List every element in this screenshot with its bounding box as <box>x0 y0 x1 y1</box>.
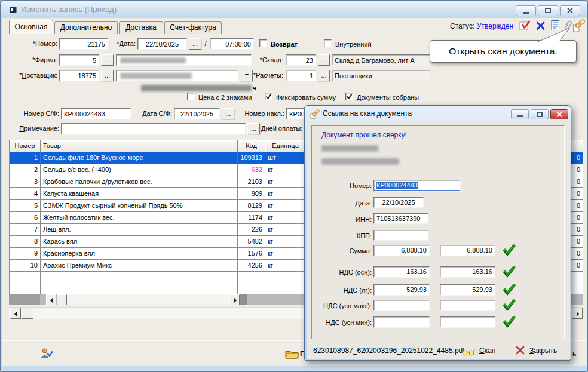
vat-lg-input-2[interactable]: 529.93 <box>440 284 495 296</box>
scan-button[interactable]: Скан <box>479 346 496 355</box>
firm-name-field[interactable] <box>116 54 252 66</box>
settlements-input[interactable]: 1 <box>286 70 316 81</box>
supplier-input[interactable]: 18775 <box>59 70 99 81</box>
person-name-tail: ч <box>253 84 256 93</box>
main-titlebar[interactable]: Изменить запись (Приход) <box>1 1 587 18</box>
close-icon <box>556 111 563 118</box>
edit-record-window: Изменить запись (Приход) Основная Дополн… <box>0 0 588 372</box>
status-value[interactable]: Утвержден <box>477 22 513 30</box>
vat-usn-max-input-1[interactable] <box>373 300 430 311</box>
internal-checkbox[interactable] <box>324 39 332 47</box>
vat-usn-min-input-2[interactable] <box>440 316 495 328</box>
scroll-left-button[interactable] <box>46 294 56 305</box>
gridline <box>237 272 238 295</box>
settlements-lookup-button[interactable]: ... <box>318 70 330 81</box>
dialog-minimize-button[interactable] <box>511 109 529 119</box>
date-input[interactable]: 22/10/2025 <box>137 38 187 50</box>
gridline <box>265 272 265 295</box>
number-label: *Номер: <box>13 38 57 50</box>
dialog-kpp-input[interactable] <box>373 230 428 241</box>
close-button[interactable] <box>560 5 580 16</box>
scroll-thumb[interactable] <box>57 294 67 305</box>
price-2-digits-checkbox[interactable] <box>187 93 195 100</box>
redacted-firm-name <box>120 57 186 63</box>
docs-collected-checkbox[interactable] <box>345 93 353 100</box>
col-header-unit[interactable]: Единица <box>265 140 306 152</box>
vat-main-input-2[interactable]: 163.16 <box>440 266 495 278</box>
note-lookup-button[interactable]: ... <box>247 123 260 134</box>
sum-label: Сумма: <box>312 245 372 257</box>
gridline <box>572 272 572 295</box>
open-folder-icon[interactable] <box>285 349 299 359</box>
dialog-close-action[interactable]: Закрыть <box>529 346 557 355</box>
col-header-product[interactable]: Товар <box>41 140 238 152</box>
invoice-date-picker-button[interactable]: ... <box>222 108 234 119</box>
redacted-line <box>321 145 378 152</box>
dialog-maximize-button[interactable] <box>531 109 549 119</box>
redacted-person-name <box>141 85 252 91</box>
dialog-inn-input[interactable]: 710513637390 <box>373 213 428 224</box>
redacted-supplier-name <box>120 73 192 79</box>
internal-label: Внутренний <box>335 40 372 49</box>
approve-icon[interactable] <box>519 20 531 31</box>
dialog-close-button[interactable] <box>550 109 568 119</box>
supplier-name-field[interactable] <box>116 70 238 81</box>
verification-message: Документ прошел сверку! <box>321 131 407 139</box>
docs-collected-label: Документы собраны <box>357 93 419 102</box>
supplier-lookup-button[interactable]: ... <box>101 70 114 81</box>
window-title: Изменить запись (Приход) <box>21 5 117 14</box>
col-header-num[interactable]: Номер <box>10 140 41 152</box>
vat-main-input-1[interactable]: 163.16 <box>373 266 430 278</box>
tab-delivery[interactable]: Доставка <box>119 21 163 34</box>
maximize-button[interactable] <box>538 5 558 16</box>
return-checkbox[interactable] <box>259 39 267 47</box>
payment-days-label: Дней оплаты: <box>261 122 305 134</box>
dialog-title: Ссылка на скан документа <box>323 109 412 118</box>
fix-sum-label: Фиксировать сумму <box>276 93 336 102</box>
fix-sum-checkbox[interactable] <box>265 93 272 100</box>
dialog-inn-label: ИНН: <box>312 214 372 225</box>
vat-lg-input-1[interactable]: 529.93 <box>373 284 430 296</box>
time-input[interactable]: 07:00:00 <box>210 38 254 50</box>
warehouse-lookup-button[interactable]: ... <box>318 54 330 66</box>
time-separator: / <box>203 38 208 50</box>
gridline <box>40 272 41 295</box>
scroll-right-button[interactable] <box>229 294 240 305</box>
vat-usn-min-input-1[interactable] <box>373 316 430 328</box>
arrow-right-icon <box>234 298 239 303</box>
invoice-date-input[interactable]: 22/10/2025 <box>174 108 220 119</box>
app-icon <box>9 5 17 14</box>
scroll-thumb[interactable] <box>22 308 33 319</box>
date-picker-button[interactable]: ... <box>189 38 201 50</box>
waybill-label: Номер накл.: <box>238 107 284 119</box>
invoice-number-label: Номер С/Ф: <box>13 107 59 119</box>
tab-additional[interactable]: Дополнительно <box>54 21 118 34</box>
number-input[interactable]: 21175 <box>59 38 108 50</box>
dialog-date-input[interactable]: 22/10/2025 <box>373 197 424 208</box>
scan-link-dialog: Ссылка на скан документа Документ прошел… <box>304 105 571 361</box>
firm-input[interactable]: 5 <box>59 54 99 66</box>
sum-input-2[interactable]: 6,808.10 <box>440 245 495 256</box>
col-header-extra[interactable] <box>572 140 583 152</box>
note-input[interactable] <box>61 123 246 134</box>
dialog-number-input[interactable]: КР000024483 <box>373 180 461 192</box>
minimize-icon <box>517 115 523 117</box>
check-icon <box>346 93 353 100</box>
close-x-icon <box>515 345 525 355</box>
invoice-number-input[interactable]: КР000024483 <box>61 108 131 119</box>
user-approve-icon[interactable] <box>40 348 53 360</box>
scroll-right-button[interactable] <box>572 308 583 319</box>
minimize-button[interactable] <box>516 5 536 16</box>
dialog-date-label: Дата: <box>312 198 372 209</box>
tab-main[interactable]: Основная <box>9 20 53 34</box>
status-label: Статус: <box>450 22 474 30</box>
vat-usn-max-input-2[interactable] <box>440 300 495 311</box>
tab-invoice[interactable]: Счет-фактура <box>164 21 222 34</box>
firm-lookup-button[interactable]: ... <box>101 54 114 66</box>
warehouse-input[interactable]: 23 <box>286 54 316 66</box>
scroll-track[interactable] <box>67 294 229 305</box>
redacted-line <box>321 158 399 165</box>
col-header-code[interactable]: Код <box>238 140 265 152</box>
scroll-left-button[interactable] <box>10 308 21 319</box>
sum-input-1[interactable]: 6,808.10 <box>373 245 430 256</box>
